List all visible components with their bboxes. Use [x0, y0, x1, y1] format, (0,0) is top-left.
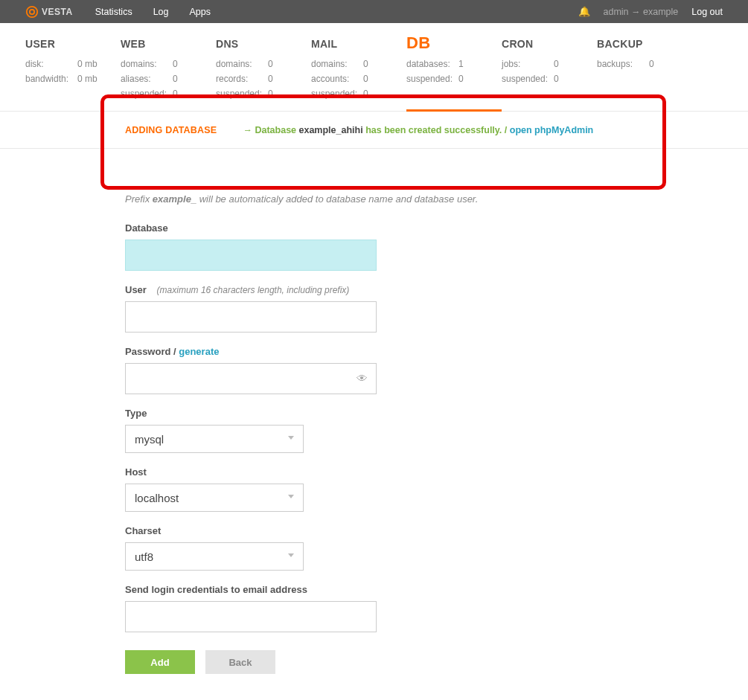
email-label: Send login credentials to email address	[125, 584, 521, 595]
success-arrow: → Database	[243, 125, 298, 135]
user-breadcrumb[interactable]: admin → example	[604, 7, 679, 17]
success-text: has been created successfully. /	[363, 125, 510, 135]
brand-text: VESTA	[42, 7, 73, 17]
password-label: Password / generate	[125, 346, 521, 357]
tab-cron[interactable]: CRON jobs:0 suspended:0	[502, 38, 597, 103]
action-row: ADDING DATABASE → Database example_ahihi…	[0, 112, 748, 149]
field-database: Database	[125, 222, 521, 271]
nav-apps[interactable]: Apps	[190, 7, 211, 17]
category-tabs: USER disk:0 mb bandwidth:0 mb WEB domain…	[0, 23, 748, 112]
logout-link[interactable]: Log out	[691, 7, 723, 17]
database-label: Database	[125, 222, 521, 234]
charset-select[interactable]: utf8	[125, 542, 304, 571]
brand-logo[interactable]: VESTA	[25, 5, 73, 19]
host-select[interactable]: localhost	[125, 484, 304, 512]
user-hint: (maximum 16 characters length, including…	[157, 285, 350, 295]
vesta-logo-icon	[25, 5, 39, 19]
tab-web[interactable]: WEB domains:0 aliases:0 suspended:0	[121, 38, 216, 103]
tab-cron-title: CRON	[502, 38, 597, 50]
field-email: Send login credentials to email address	[125, 584, 521, 632]
open-phpmyadmin-link[interactable]: open phpMyAdmin	[510, 125, 594, 135]
prefix-note: Prefix example_ will be automaticaly add…	[125, 193, 521, 205]
tab-dns[interactable]: DNS domains:0 records:0 suspended:0	[216, 38, 311, 103]
field-password: Password / generate 👁	[125, 346, 521, 394]
svg-point-1	[30, 9, 34, 13]
tab-db[interactable]: DB databases:1 suspended:0	[406, 38, 502, 103]
eye-icon[interactable]: 👁	[357, 372, 368, 385]
password-input[interactable]	[125, 363, 377, 394]
field-charset: Charset utf8	[125, 525, 521, 571]
svg-point-0	[27, 6, 37, 16]
success-dbname: example_ahihi	[299, 125, 363, 135]
tab-mail[interactable]: MAIL domains:0 accounts:0 suspended:0	[311, 38, 406, 103]
charset-label: Charset	[125, 525, 521, 536]
type-select[interactable]: mysql	[125, 425, 304, 453]
active-tab-underline	[406, 109, 502, 112]
back-button[interactable]: Back	[205, 650, 275, 674]
chevron-down-icon	[288, 495, 294, 498]
tab-web-title: WEB	[121, 38, 216, 50]
user-input[interactable]	[125, 301, 377, 333]
field-user: User (maximum 16 characters length, incl…	[125, 284, 521, 333]
chevron-down-icon	[288, 553, 294, 557]
tab-db-title: DB	[406, 33, 502, 53]
tab-backup-title: BACKUP	[597, 38, 692, 50]
tab-user[interactable]: USER disk:0 mb bandwidth:0 mb	[25, 38, 121, 103]
type-label: Type	[125, 408, 521, 419]
user-label: User (maximum 16 characters length, incl…	[125, 284, 521, 295]
generate-link[interactable]: generate	[179, 346, 219, 357]
topnav-right: 🔔 admin → example Log out	[578, 6, 723, 17]
chevron-down-icon	[288, 436, 294, 440]
nav-log[interactable]: Log	[153, 7, 169, 17]
bell-icon[interactable]: 🔔	[578, 6, 590, 17]
host-label: Host	[125, 466, 521, 478]
form-buttons: Add Back	[125, 650, 521, 674]
tab-mail-title: MAIL	[311, 38, 406, 50]
notice-region: ADDING DATABASE → Database example_ahihi…	[0, 112, 748, 149]
nav-statistics[interactable]: Statistics	[95, 7, 132, 17]
topnav-left: Statistics Log Apps	[95, 7, 211, 17]
topbar: VESTA Statistics Log Apps 🔔 admin → exam…	[0, 0, 748, 23]
tab-user-title: USER	[25, 38, 121, 50]
email-input[interactable]	[125, 601, 377, 632]
add-database-form: Prefix example_ will be automaticaly add…	[0, 149, 521, 689]
field-host: Host localhost	[125, 466, 521, 512]
adding-database-title: ADDING DATABASE	[125, 125, 240, 135]
tab-backup[interactable]: BACKUP backups:0	[597, 38, 692, 103]
tab-dns-title: DNS	[216, 38, 311, 50]
database-input[interactable]	[125, 240, 377, 271]
field-type: Type mysql	[125, 408, 521, 453]
add-button[interactable]: Add	[125, 650, 195, 674]
